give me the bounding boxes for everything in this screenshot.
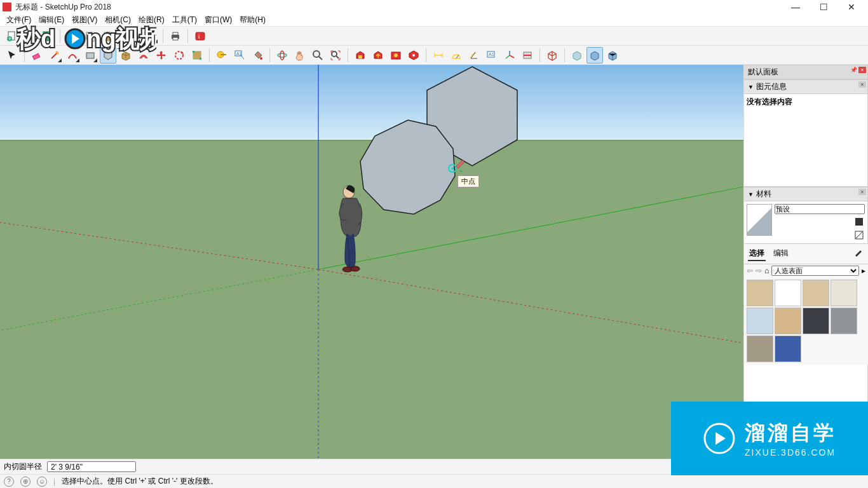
menu-view[interactable]: 视图(V) — [68, 15, 101, 25]
measurement-input[interactable] — [47, 461, 136, 472]
panel-close[interactable]: × — [858, 189, 866, 195]
angle-dim-tool[interactable] — [466, 47, 482, 64]
extension-warehouse[interactable] — [388, 47, 404, 64]
svg-point-26 — [260, 57, 262, 60]
svg-point-30 — [332, 51, 337, 57]
material-swatch[interactable] — [831, 308, 857, 334]
sample-paint-button[interactable] — [853, 247, 864, 258]
tray-header[interactable]: 默认面板 📌 × — [744, 65, 868, 79]
standard-toolbar: + i — [0, 27, 868, 46]
material-swatch[interactable] — [803, 308, 829, 334]
undo-button[interactable] — [125, 28, 141, 44]
viewport-3d[interactable]: 中点 — [0, 65, 743, 459]
material-swatch[interactable] — [747, 308, 773, 334]
close-button[interactable]: ✕ — [837, 0, 865, 14]
cut-button[interactable] — [64, 28, 81, 44]
arcs-tool[interactable] — [64, 47, 81, 64]
tray-resize-bottom2[interactable]: × — [744, 450, 868, 459]
menu-tools[interactable]: 工具(T) — [168, 15, 201, 25]
paste-button[interactable] — [100, 28, 116, 44]
new-doc-button[interactable]: + — [4, 28, 20, 44]
material-name-field[interactable] — [775, 204, 865, 214]
scale-tool[interactable] — [189, 47, 205, 64]
iso-view-button[interactable] — [544, 47, 560, 64]
copy-button[interactable] — [82, 28, 98, 44]
nav-back-icon[interactable]: ⇦ — [747, 266, 753, 275]
3d-warehouse-get[interactable] — [352, 47, 369, 64]
menu-help[interactable]: 帮助(H) — [236, 15, 269, 25]
menu-window[interactable]: 窗口(W) — [201, 15, 236, 25]
lines-tool[interactable] — [46, 47, 63, 64]
zoom-extents-tool[interactable] — [327, 47, 344, 64]
text-3d-tool[interactable]: A1 — [484, 47, 500, 64]
pin-icon[interactable]: 📌 — [850, 67, 857, 73]
text-tool[interactable]: A1 — [231, 47, 248, 64]
nav-fwd-icon[interactable]: ⇨ — [756, 266, 762, 275]
tray-close[interactable]: × — [858, 67, 866, 73]
maximize-button[interactable]: ☐ — [810, 0, 837, 14]
redo-button[interactable] — [142, 28, 159, 44]
status-hint: 选择中心点。使用 Ctrl '+' 或 Ctrl '-' 更改段数。 — [62, 476, 218, 487]
menu-edit[interactable]: 编辑(E) — [35, 15, 68, 25]
pan-tool[interactable] — [292, 47, 308, 64]
print-button[interactable] — [167, 28, 184, 44]
material-default-button[interactable] — [853, 229, 865, 241]
3d-warehouse-share[interactable] — [370, 47, 386, 64]
title-bar: 无标题 - SketchUp Pro 2018 — ☐ ✕ — [0, 0, 868, 14]
panel-close[interactable]: × — [858, 81, 866, 88]
user-icon[interactable]: ☺ — [37, 477, 47, 487]
home-icon[interactable]: ⌂ — [764, 266, 769, 275]
material-swatch[interactable] — [747, 336, 773, 362]
entity-info-body: 没有选择内容 — [744, 94, 868, 187]
material-category-select[interactable]: 人造表面 — [771, 266, 859, 276]
save-doc-button[interactable] — [39, 28, 56, 44]
material-swatch[interactable] — [747, 280, 773, 306]
current-material-swatch[interactable] — [747, 204, 772, 236]
extension-manager[interactable] — [405, 47, 422, 64]
offset-tool[interactable] — [135, 47, 152, 64]
open-doc-button[interactable] — [22, 28, 38, 44]
select-tool[interactable] — [4, 47, 20, 64]
section-plane-tool[interactable] — [519, 47, 536, 64]
materials-tab-select[interactable]: 选择 — [748, 247, 766, 261]
entity-info-title: 图元信息 — [756, 81, 787, 92]
create-material-button[interactable] — [853, 216, 865, 227]
material-swatch[interactable] — [775, 308, 801, 334]
help-icon[interactable]: ? — [4, 477, 14, 487]
menu-camera[interactable]: 相机(C) — [101, 15, 135, 25]
push-pull-tool[interactable] — [118, 47, 134, 64]
materials-header[interactable]: ▼ 材料 × — [744, 187, 868, 201]
library-menu-icon[interactable]: ▸ — [862, 266, 865, 275]
orbit-tool[interactable] — [274, 47, 290, 64]
minimize-button[interactable]: — — [782, 0, 810, 14]
tray-resize-bottom[interactable]: × — [744, 441, 868, 450]
material-swatches-grid — [744, 277, 868, 365]
svg-marker-18 — [104, 51, 112, 60]
dimensions-tool[interactable] — [430, 47, 447, 64]
geo-icon[interactable]: ⊕ — [20, 477, 31, 487]
move-tool[interactable] — [153, 47, 170, 64]
model-info-button[interactable]: i — [192, 28, 208, 44]
paint-bucket-tool[interactable] — [249, 47, 266, 64]
material-swatch[interactable] — [775, 280, 801, 306]
eraser-tool[interactable] — [29, 47, 45, 64]
entity-info-header[interactable]: ▼ 图元信息 × — [744, 79, 868, 94]
svg-rect-22 — [200, 58, 201, 60]
material-swatch[interactable] — [803, 280, 829, 306]
shapes-tool[interactable] — [82, 47, 98, 64]
protractor-tool-alt[interactable] — [448, 47, 465, 64]
menu-bar: 文件(F) 编辑(E) 视图(V) 相机(C) 绘图(R) 工具(T) 窗口(W… — [0, 14, 868, 27]
polygon-tool[interactable] — [100, 47, 116, 64]
materials-tab-edit[interactable]: 编辑 — [772, 247, 790, 261]
material-swatch[interactable] — [831, 280, 857, 306]
shaded-toggle[interactable] — [604, 47, 621, 64]
zoom-tool[interactable] — [309, 47, 326, 64]
axes-tool[interactable] — [501, 47, 518, 64]
material-swatch[interactable] — [775, 336, 801, 362]
menu-draw[interactable]: 绘图(R) — [135, 15, 168, 25]
tape-measure-tool[interactable] — [214, 47, 230, 64]
rotate-tool[interactable] — [171, 47, 187, 64]
back-edges-toggle[interactable] — [587, 47, 603, 64]
xray-toggle[interactable] — [569, 47, 585, 64]
menu-file[interactable]: 文件(F) — [3, 15, 35, 25]
